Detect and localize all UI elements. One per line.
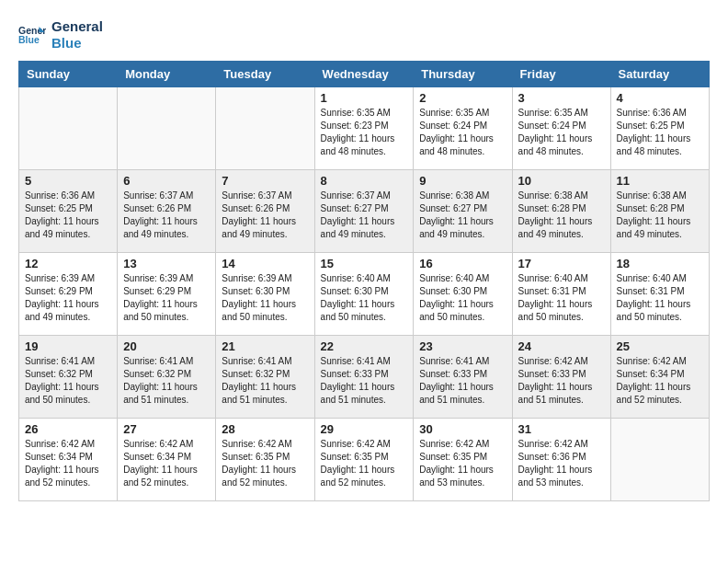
day-number: 4 (617, 91, 703, 105)
day-info: Sunrise: 6:35 AM Sunset: 6:24 PM Dayligh… (518, 107, 605, 158)
calendar-cell: 9Sunrise: 6:38 AM Sunset: 6:27 PM Daylig… (414, 170, 512, 253)
day-info: Sunrise: 6:41 AM Sunset: 6:32 PM Dayligh… (25, 355, 111, 407)
day-info: Sunrise: 6:42 AM Sunset: 6:35 PM Dayligh… (321, 438, 408, 489)
day-info: Sunrise: 6:41 AM Sunset: 6:33 PM Dayligh… (321, 355, 408, 407)
calendar-cell: 12Sunrise: 6:39 AM Sunset: 6:29 PM Dayli… (19, 253, 118, 336)
day-info: Sunrise: 6:35 AM Sunset: 6:24 PM Dayligh… (419, 107, 506, 158)
day-info: Sunrise: 6:41 AM Sunset: 6:32 PM Dayligh… (123, 355, 210, 407)
day-info: Sunrise: 6:38 AM Sunset: 6:28 PM Dayligh… (518, 190, 605, 241)
day-number: 14 (222, 257, 308, 270)
calendar-cell: 26Sunrise: 6:42 AM Sunset: 6:34 PM Dayli… (19, 419, 118, 501)
day-of-week-header: Wednesday (314, 62, 414, 87)
calendar-cell: 10Sunrise: 6:38 AM Sunset: 6:28 PM Dayli… (512, 170, 610, 253)
day-of-week-header: Tuesday (216, 62, 314, 87)
day-number: 22 (321, 339, 408, 353)
day-of-week-header: Sunday (19, 62, 118, 87)
day-number: 19 (25, 339, 111, 353)
day-info: Sunrise: 6:41 AM Sunset: 6:32 PM Dayligh… (222, 355, 308, 407)
calendar-cell: 25Sunrise: 6:42 AM Sunset: 6:34 PM Dayli… (610, 336, 709, 419)
day-info: Sunrise: 6:35 AM Sunset: 6:23 PM Dayligh… (321, 107, 408, 158)
calendar-week-row: 5Sunrise: 6:36 AM Sunset: 6:25 PM Daylig… (19, 170, 710, 253)
logo: General Blue General Blue (18, 18, 103, 52)
day-info: Sunrise: 6:38 AM Sunset: 6:27 PM Dayligh… (419, 190, 506, 241)
calendar-cell: 13Sunrise: 6:39 AM Sunset: 6:29 PM Dayli… (118, 253, 216, 336)
calendar-week-row: 19Sunrise: 6:41 AM Sunset: 6:32 PM Dayli… (19, 336, 710, 419)
day-number: 20 (123, 339, 210, 353)
calendar-table: SundayMondayTuesdayWednesdayThursdayFrid… (18, 61, 710, 501)
day-info: Sunrise: 6:38 AM Sunset: 6:28 PM Dayligh… (617, 190, 703, 241)
day-number: 1 (321, 91, 408, 105)
day-info: Sunrise: 6:42 AM Sunset: 6:34 PM Dayligh… (123, 438, 210, 489)
day-number: 23 (419, 339, 506, 353)
day-info: Sunrise: 6:36 AM Sunset: 6:25 PM Dayligh… (617, 107, 703, 158)
calendar-cell (216, 87, 314, 170)
day-number: 7 (222, 174, 308, 188)
page-header: General Blue General Blue (18, 18, 710, 52)
day-info: Sunrise: 6:39 AM Sunset: 6:29 PM Dayligh… (25, 272, 111, 324)
calendar-cell: 29Sunrise: 6:42 AM Sunset: 6:35 PM Dayli… (314, 419, 414, 501)
day-info: Sunrise: 6:42 AM Sunset: 6:33 PM Dayligh… (518, 355, 605, 407)
calendar-cell: 28Sunrise: 6:42 AM Sunset: 6:35 PM Dayli… (216, 419, 314, 501)
day-number: 2 (419, 91, 506, 105)
day-number: 10 (518, 174, 605, 188)
day-of-week-header: Friday (512, 62, 610, 87)
calendar-cell: 14Sunrise: 6:39 AM Sunset: 6:30 PM Dayli… (216, 253, 314, 336)
day-info: Sunrise: 6:39 AM Sunset: 6:29 PM Dayligh… (123, 272, 210, 324)
day-of-week-header: Saturday (610, 62, 709, 87)
day-number: 31 (518, 422, 605, 436)
day-number: 24 (518, 339, 605, 353)
calendar-cell: 5Sunrise: 6:36 AM Sunset: 6:25 PM Daylig… (19, 170, 118, 253)
day-info: Sunrise: 6:42 AM Sunset: 6:35 PM Dayligh… (419, 438, 506, 489)
day-number: 28 (222, 422, 308, 436)
day-number: 12 (25, 257, 111, 270)
calendar-cell: 8Sunrise: 6:37 AM Sunset: 6:27 PM Daylig… (314, 170, 414, 253)
day-info: Sunrise: 6:42 AM Sunset: 6:36 PM Dayligh… (518, 438, 605, 489)
day-info: Sunrise: 6:39 AM Sunset: 6:30 PM Dayligh… (222, 272, 308, 324)
calendar-cell: 2Sunrise: 6:35 AM Sunset: 6:24 PM Daylig… (414, 87, 512, 170)
calendar-cell: 31Sunrise: 6:42 AM Sunset: 6:36 PM Dayli… (512, 419, 610, 501)
calendar-cell: 30Sunrise: 6:42 AM Sunset: 6:35 PM Dayli… (414, 419, 512, 501)
day-number: 18 (617, 257, 703, 270)
day-number: 30 (419, 422, 506, 436)
calendar-cell: 17Sunrise: 6:40 AM Sunset: 6:31 PM Dayli… (512, 253, 610, 336)
svg-text:Blue: Blue (18, 34, 40, 45)
day-number: 16 (419, 257, 506, 270)
calendar-cell (19, 87, 118, 170)
logo-general: General (51, 18, 103, 35)
calendar-week-row: 12Sunrise: 6:39 AM Sunset: 6:29 PM Dayli… (19, 253, 710, 336)
logo-blue: Blue (51, 35, 103, 52)
day-number: 29 (321, 422, 408, 436)
day-number: 27 (123, 422, 210, 436)
day-number: 5 (25, 174, 111, 188)
calendar-cell: 22Sunrise: 6:41 AM Sunset: 6:33 PM Dayli… (314, 336, 414, 419)
day-number: 15 (321, 257, 408, 270)
calendar-cell: 15Sunrise: 6:40 AM Sunset: 6:30 PM Dayli… (314, 253, 414, 336)
calendar-cell (610, 419, 709, 501)
day-number: 21 (222, 339, 308, 353)
calendar-week-row: 26Sunrise: 6:42 AM Sunset: 6:34 PM Dayli… (19, 419, 710, 501)
day-info: Sunrise: 6:40 AM Sunset: 6:31 PM Dayligh… (518, 272, 605, 324)
day-of-week-header: Thursday (414, 62, 512, 87)
logo-icon: General Blue (18, 21, 46, 49)
day-number: 3 (518, 91, 605, 105)
day-number: 17 (518, 257, 605, 270)
day-info: Sunrise: 6:37 AM Sunset: 6:26 PM Dayligh… (123, 190, 210, 241)
day-info: Sunrise: 6:37 AM Sunset: 6:26 PM Dayligh… (222, 190, 308, 241)
calendar-cell: 3Sunrise: 6:35 AM Sunset: 6:24 PM Daylig… (512, 87, 610, 170)
day-info: Sunrise: 6:40 AM Sunset: 6:30 PM Dayligh… (321, 272, 408, 324)
calendar-cell: 4Sunrise: 6:36 AM Sunset: 6:25 PM Daylig… (610, 87, 709, 170)
calendar-cell: 23Sunrise: 6:41 AM Sunset: 6:33 PM Dayli… (414, 336, 512, 419)
day-number: 8 (321, 174, 408, 188)
calendar-cell: 1Sunrise: 6:35 AM Sunset: 6:23 PM Daylig… (314, 87, 414, 170)
day-number: 13 (123, 257, 210, 270)
calendar-cell: 11Sunrise: 6:38 AM Sunset: 6:28 PM Dayli… (610, 170, 709, 253)
day-info: Sunrise: 6:40 AM Sunset: 6:30 PM Dayligh… (419, 272, 506, 324)
day-info: Sunrise: 6:40 AM Sunset: 6:31 PM Dayligh… (617, 272, 703, 324)
calendar-cell: 19Sunrise: 6:41 AM Sunset: 6:32 PM Dayli… (19, 336, 118, 419)
calendar-cell: 16Sunrise: 6:40 AM Sunset: 6:30 PM Dayli… (414, 253, 512, 336)
day-number: 25 (617, 339, 703, 353)
day-info: Sunrise: 6:42 AM Sunset: 6:35 PM Dayligh… (222, 438, 308, 489)
calendar-cell: 7Sunrise: 6:37 AM Sunset: 6:26 PM Daylig… (216, 170, 314, 253)
calendar-week-row: 1Sunrise: 6:35 AM Sunset: 6:23 PM Daylig… (19, 87, 710, 170)
calendar-cell: 20Sunrise: 6:41 AM Sunset: 6:32 PM Dayli… (118, 336, 216, 419)
